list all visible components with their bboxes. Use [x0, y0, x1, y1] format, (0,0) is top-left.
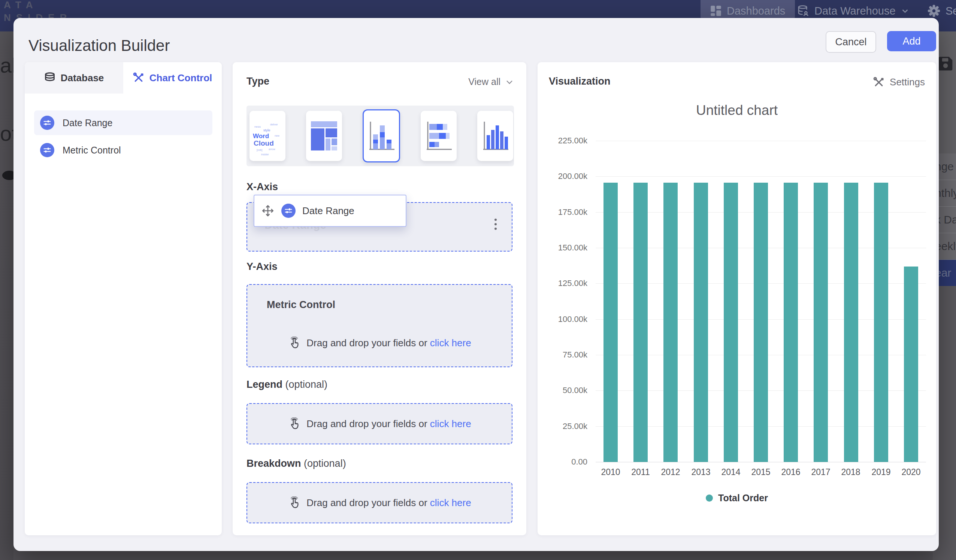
bar-2010	[604, 183, 618, 462]
gear-icon	[928, 5, 940, 17]
view-all-label: View all	[468, 76, 500, 87]
x-axis-dropzone[interactable]: Date Range Date Range	[247, 202, 513, 251]
tools-icon	[133, 72, 144, 83]
chip-label: Date Range	[302, 205, 354, 217]
bar-2012	[664, 183, 678, 462]
field-item-label: Metric Control	[63, 145, 121, 156]
click-here-link[interactable]: click here	[430, 497, 471, 508]
tab-database[interactable]: Database	[25, 62, 123, 94]
svg-text:new: new	[275, 134, 280, 137]
x-axis-tick-label: 2019	[866, 467, 896, 477]
drag-drop-text: Drag and drop your fields or	[307, 497, 427, 508]
click-here-link[interactable]: click here	[430, 337, 471, 348]
y-axis-tick-label: 225.00k	[539, 136, 587, 146]
y-axis-zone-title: Metric Control	[267, 299, 335, 311]
nav-data-warehouse-label: Data Warehouse	[814, 5, 896, 17]
gridline	[596, 141, 926, 141]
svg-text:insider: insider	[261, 153, 269, 156]
x-axis-tick-label: 2010	[596, 467, 626, 477]
svg-text:ness: ness	[254, 125, 261, 129]
legend-heading: Legend (optional)	[247, 379, 327, 391]
bar-2020	[904, 267, 918, 462]
fields-panel-tabs: Database Chart Control	[25, 62, 222, 94]
field-item-metric-control[interactable]: Metric Control	[34, 138, 212, 162]
database-warehouse-icon	[797, 5, 809, 17]
svg-text:[cob]: [cob]	[256, 149, 262, 152]
database-icon	[44, 72, 55, 84]
x-axis-tick-label: 2020	[896, 467, 926, 477]
chart-legend[interactable]: Total Order	[538, 493, 936, 504]
svg-text:Cloud: Cloud	[254, 139, 274, 147]
kebab-menu-icon[interactable]	[494, 219, 497, 230]
drag-drop-text: Drag and drop your fields or	[307, 337, 427, 348]
tab-chart-control-label: Chart Control	[149, 72, 212, 84]
sliders-icon	[40, 116, 54, 130]
bar-2015	[754, 183, 768, 462]
nav-dashboards-label: Dashboards	[727, 5, 785, 17]
x-axis-tick-label: 2013	[686, 467, 716, 477]
visualization-builder-modal: Visualization Builder Cancel Add Databas…	[14, 18, 939, 551]
x-axis-tick-label: 2015	[746, 467, 776, 477]
y-axis-tick-label: 0.00	[539, 457, 587, 467]
bar-2017	[814, 183, 828, 462]
legend-dropzone[interactable]: Drag and drop your fields or click here	[247, 403, 513, 444]
sliders-icon	[281, 204, 296, 218]
click-here-link[interactable]: click here	[430, 418, 471, 429]
chart-type-column[interactable]	[477, 111, 513, 161]
bar-2018	[844, 183, 858, 462]
hand-tap-icon	[288, 337, 300, 349]
x-axis-tick-label: 2018	[836, 467, 866, 477]
y-axis-tick-label: 75.00k	[539, 350, 587, 360]
date-range-chip[interactable]: Date Range	[254, 195, 406, 227]
bar-2019	[874, 183, 888, 462]
chart-settings-button[interactable]: Settings	[873, 76, 925, 88]
svg-text:arrow: arrow	[269, 148, 275, 151]
bar-2014	[724, 183, 738, 462]
x-axis-tick-label: 2017	[806, 467, 836, 477]
y-axis-tick-label: 25.00k	[539, 422, 587, 431]
svg-text:Word: Word	[253, 133, 269, 140]
x-axis-tick-label: 2012	[656, 467, 686, 477]
hand-tap-icon	[288, 496, 300, 509]
bar-2013	[694, 183, 708, 462]
y-axis-tick-label: 175.00k	[539, 207, 587, 217]
tab-chart-control[interactable]: Chart Control	[123, 62, 222, 94]
chart-type-treemap[interactable]	[306, 111, 342, 161]
bar-2016	[784, 183, 798, 462]
background-page-left-edge: ale ota	[0, 31, 14, 560]
x-axis-tick-label: 2014	[716, 467, 746, 477]
chevron-down-icon	[505, 77, 514, 86]
x-axis-heading: X-Axis	[247, 181, 278, 193]
chart-title: Untitled chart	[538, 103, 936, 118]
move-icon	[261, 204, 275, 218]
builder-panel: Type View all ness deliver style Word ne…	[233, 62, 526, 535]
view-all-dropdown[interactable]: View all	[468, 76, 514, 87]
field-item-label: Date Range	[63, 118, 112, 129]
visualization-panel: Visualization Settings Untitled chart 22…	[538, 62, 936, 535]
drag-drop-text: Drag and drop your fields or	[307, 418, 427, 429]
y-axis-tick-label: 50.00k	[539, 386, 587, 395]
dashboards-grid-icon	[710, 5, 722, 16]
x-axis-tick-label: 2016	[776, 467, 806, 477]
cancel-button[interactable]: Cancel	[825, 31, 876, 53]
chart-type-wordcloud[interactable]: ness deliver style Word new Cloud [cob] …	[250, 111, 285, 161]
background-bullet-dot	[2, 171, 14, 180]
save-icon	[937, 55, 954, 72]
chart-type-stacked-column[interactable]	[363, 109, 400, 162]
background-text-glimpse: ota	[0, 121, 14, 146]
y-axis-tick-label: 150.00k	[539, 243, 587, 253]
field-item-date-range[interactable]: Date Range	[34, 110, 212, 135]
breakdown-dropzone[interactable]: Drag and drop your fields or click here	[247, 482, 513, 523]
legend-marker	[706, 494, 713, 502]
nav-settings-label: Settings	[945, 5, 956, 17]
y-axis-dropzone[interactable]: Metric Control Drag and drop your fields…	[247, 284, 513, 367]
y-axis-tick-label: 125.00k	[539, 279, 587, 288]
chart-type-stacked-bar[interactable]	[421, 111, 457, 161]
bar-2011	[634, 183, 648, 462]
y-axis-tick-label: 200.00k	[539, 171, 587, 181]
tools-icon	[873, 77, 884, 88]
breakdown-heading: Breakdown (optional)	[247, 458, 346, 469]
hand-tap-icon	[288, 417, 300, 430]
add-button[interactable]: Add	[887, 31, 936, 51]
modal-title: Visualization Builder	[28, 37, 170, 55]
